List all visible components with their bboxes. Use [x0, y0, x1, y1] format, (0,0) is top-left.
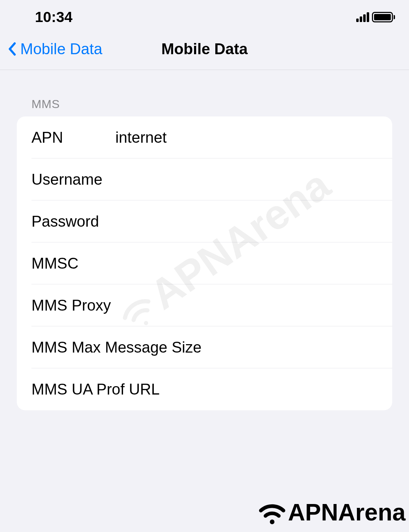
mmsc-input[interactable] [115, 255, 378, 272]
mmsc-row[interactable]: MMSC [17, 242, 392, 284]
mms-settings-group: APN Username Password MMSC MMS Proxy MMS… [17, 116, 392, 410]
mms-proxy-input[interactable] [115, 297, 378, 314]
footer-logo: APNArena [256, 495, 406, 529]
mmsc-label: MMSC [31, 255, 115, 272]
mms-max-size-input[interactable] [202, 339, 392, 356]
username-row[interactable]: Username [17, 158, 392, 200]
footer-logo-text: APNArena [288, 498, 406, 526]
page-title: Mobile Data [162, 40, 248, 58]
mms-proxy-label: MMS Proxy [31, 297, 115, 314]
mms-max-size-label: MMS Max Message Size [31, 339, 202, 356]
password-row[interactable]: Password [17, 200, 392, 242]
apn-input[interactable] [115, 129, 378, 146]
status-time: 10:34 [35, 9, 72, 26]
username-label: Username [31, 171, 115, 188]
mms-ua-prof-input[interactable] [160, 381, 378, 398]
mms-ua-prof-label: MMS UA Prof URL [31, 381, 160, 398]
username-input[interactable] [115, 171, 378, 188]
svg-point-0 [270, 519, 274, 524]
back-label: Mobile Data [20, 40, 102, 58]
mms-ua-prof-row[interactable]: MMS UA Prof URL [17, 368, 392, 410]
chevron-left-icon [8, 42, 16, 56]
content-area: MMS APN Username Password MMSC MMS Proxy [0, 70, 409, 410]
password-input[interactable] [115, 213, 378, 230]
cellular-signal-icon [356, 12, 369, 22]
status-indicators [356, 12, 395, 22]
battery-icon [372, 12, 395, 22]
navigation-bar: Mobile Data Mobile Data [0, 31, 409, 70]
back-button[interactable]: Mobile Data [8, 40, 102, 58]
apn-label: APN [31, 129, 115, 146]
section-header-mms: MMS [17, 70, 392, 116]
mms-max-size-row[interactable]: MMS Max Message Size [17, 326, 392, 368]
wifi-icon [256, 495, 289, 529]
status-bar: 10:34 [0, 0, 409, 31]
apn-row[interactable]: APN [17, 116, 392, 158]
password-label: Password [31, 213, 115, 230]
mms-proxy-row[interactable]: MMS Proxy [17, 284, 392, 326]
